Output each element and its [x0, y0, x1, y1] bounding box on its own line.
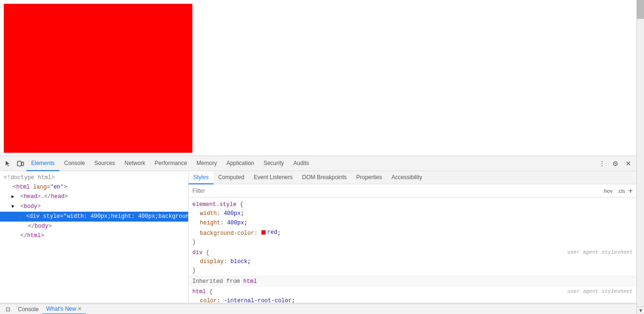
- style-rule-color[interactable]: color: -internal-root-color;: [189, 296, 636, 303]
- console-tab-whatsnew[interactable]: What's New ✕: [42, 304, 86, 314]
- styles-content: element.style { width: 400px; height: 40…: [189, 198, 636, 303]
- dom-line-doctype: <!doctype html>: [0, 173, 188, 182]
- styles-tab-accessibility[interactable]: Accessibility: [387, 171, 427, 184]
- device-toolbar-icon[interactable]: [14, 157, 26, 170]
- color-swatch-red[interactable]: [261, 230, 266, 235]
- tab-audits[interactable]: Audits: [289, 156, 314, 171]
- dom-line-html[interactable]: <html lang="en">: [0, 182, 188, 192]
- devtools-toolbar: Elements Console Sources Network Perform…: [0, 156, 636, 171]
- styles-tab-computed[interactable]: Computed: [214, 171, 249, 184]
- dom-line-head[interactable]: <head>…</head>: [0, 192, 188, 202]
- styles-tab-properties[interactable]: Properties: [351, 171, 387, 184]
- scrollbar-arrow-down[interactable]: ▼: [637, 306, 644, 314]
- styles-tab-styles[interactable]: Styles: [189, 171, 214, 184]
- whatsnew-close-icon[interactable]: ✕: [77, 306, 82, 312]
- dom-line-html-close: </html>: [0, 231, 188, 240]
- tab-application[interactable]: Application: [222, 156, 259, 171]
- console-tab-label: Console: [18, 306, 39, 313]
- console-tab-console[interactable]: Console: [14, 304, 42, 314]
- dom-line-div[interactable]: · <div style="width: 400px;height: 400px…: [0, 212, 188, 222]
- element-style-selector: element.style {: [189, 200, 636, 209]
- svg-rect-1: [22, 162, 24, 165]
- tab-sources[interactable]: Sources: [90, 156, 120, 171]
- add-style-btn[interactable]: +: [628, 187, 633, 195]
- tab-memory[interactable]: Memory: [192, 156, 222, 171]
- dom-line-body[interactable]: <body>: [0, 202, 188, 212]
- html-selector: html { user agent stylesheet: [189, 288, 636, 296]
- div-selector: div { user agent stylesheet: [189, 248, 636, 257]
- tab-performance[interactable]: Performance: [150, 156, 192, 171]
- more-tabs-icon[interactable]: ⋮: [596, 157, 608, 170]
- style-rule-width[interactable]: width: 400px;: [189, 209, 636, 218]
- styles-tabs: Styles Computed Event Listeners DOM Brea…: [189, 171, 636, 184]
- toggle-drawer-icon[interactable]: ⊡: [2, 303, 14, 314]
- settings-icon[interactable]: ⚙: [609, 157, 621, 170]
- styles-panel: Styles Computed Event Listeners DOM Brea…: [189, 171, 636, 303]
- devtools-panel: Elements Console Sources Network Perform…: [0, 156, 636, 314]
- main-page: [0, 0, 636, 156]
- tab-security[interactable]: Security: [259, 156, 289, 171]
- devtools-body: <!doctype html> <html lang="en"> <head>……: [0, 171, 636, 303]
- tab-console[interactable]: Console: [59, 156, 90, 171]
- styles-tab-dom-breakpoints[interactable]: DOM Breakpoints: [297, 171, 352, 184]
- inspect-element-icon[interactable]: [2, 157, 14, 170]
- whatsnew-tab-label: What's New: [46, 306, 76, 312]
- scrollbar-thumb[interactable]: [637, 0, 644, 19]
- element-style-block: element.style { width: 400px; height: 40…: [189, 199, 636, 248]
- style-rule-background-color[interactable]: background-color: red ;: [189, 228, 636, 238]
- div-style-block: div { user agent stylesheet display: blo…: [189, 248, 636, 276]
- tab-elements[interactable]: Elements: [26, 156, 59, 171]
- console-bar: ⊡ Console What's New ✕: [0, 304, 636, 314]
- styles-tab-event-listeners[interactable]: Event Listeners: [249, 171, 297, 184]
- styles-filter-bar: :hov .cls +: [189, 184, 636, 198]
- hover-filter-btn[interactable]: :hov: [601, 188, 614, 194]
- svg-rect-0: [17, 161, 21, 166]
- dom-panel: <!doctype html> <html lang="en"> <head>……: [0, 171, 189, 303]
- tab-network[interactable]: Network: [120, 156, 150, 171]
- red-box: [4, 4, 192, 153]
- styles-filter-input[interactable]: [192, 188, 601, 194]
- inherited-header: Inherited from html: [189, 276, 636, 287]
- cls-filter-btn[interactable]: .cls: [616, 188, 627, 194]
- close-devtools-icon[interactable]: ✕: [622, 157, 635, 170]
- dom-line-body-close: </body>: [0, 222, 188, 231]
- main-scrollbar[interactable]: ▼: [636, 0, 644, 314]
- style-rule-display[interactable]: display: block;: [189, 257, 636, 266]
- style-rule-height[interactable]: height: 400px;: [189, 218, 636, 228]
- html-style-block: html { user agent stylesheet color: -int…: [189, 287, 636, 303]
